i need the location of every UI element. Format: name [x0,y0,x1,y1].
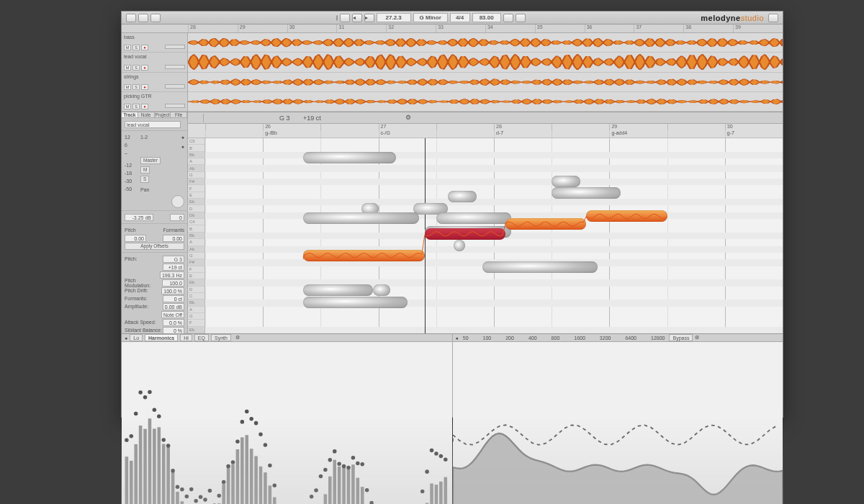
tool-time-icon[interactable] [267,114,277,122]
mute-button[interactable]: M [124,104,131,109]
note-blob[interactable] [436,212,511,224]
pitch-offset-field[interactable]: 0.00 [125,235,146,242]
note-blob[interactable] [482,261,598,273]
track-name-field[interactable]: lead vocal [125,121,181,128]
note-blob[interactable] [552,187,621,199]
master-select[interactable]: Master [140,157,161,164]
info-value[interactable]: Note Off [161,311,184,318]
track-header[interactable]: picking GTR M S ● [122,92,187,112]
bypass-button[interactable]: Bypass [669,334,693,341]
inspector-tab[interactable]: File [171,112,187,117]
tool-sep2-icon[interactable] [342,114,352,122]
tool-amp-icon[interactable] [255,114,265,122]
timeline-ruler[interactable]: 282930313233343536373839 [122,24,783,33]
menu-icon[interactable] [126,14,136,22]
tool-sep-icon[interactable] [330,114,340,122]
gear-icon[interactable]: ⚙ [405,114,415,122]
harmonics-node-icon[interactable]: ● [125,336,127,341]
track-fader[interactable] [165,104,185,108]
note-blob[interactable] [586,210,667,222]
rec-button[interactable]: ● [141,84,148,90]
key-display[interactable]: G Minor [413,13,448,22]
position-display[interactable]: 27.2.3 [377,13,411,22]
track-lanes[interactable] [188,33,783,112]
metronome-icon[interactable] [503,14,513,22]
sound-tab[interactable]: EQ [194,334,209,341]
zoom-slider[interactable] [336,15,338,21]
sound-tab[interactable]: Hi [180,334,192,341]
note-blob[interactable] [425,228,505,240]
info-value[interactable]: 198.3 Hz [160,271,184,279]
info-value[interactable]: 0 ct [163,295,184,302]
view-opt1-icon[interactable] [369,114,379,122]
note-area[interactable] [205,138,783,333]
editor-ruler[interactable]: 2627282930 g-/Bbc-/Gd-7g-add4g-7 [188,124,783,138]
rec-button[interactable]: ● [141,45,148,50]
mute-button[interactable]: M [124,65,131,71]
rec-button[interactable]: ● [141,104,148,109]
formants-offset-field[interactable]: 0.00 [163,235,184,242]
gear-icon[interactable]: ⚙ [235,335,240,341]
tool-drift-icon[interactable] [230,114,240,122]
info-value[interactable]: G 3 [163,256,184,263]
tool-pitch-icon[interactable] [206,114,216,122]
sound-tab[interactable]: Harmonics [145,334,178,341]
settings-icon[interactable] [768,14,778,22]
pan-knob[interactable] [171,195,184,208]
sound-tab[interactable]: Synth [211,334,231,341]
note-blob[interactable] [454,240,465,251]
track-lane[interactable] [188,33,783,53]
inspector-tab[interactable]: Track [122,112,138,117]
note-blob[interactable] [552,176,580,187]
track-header[interactable]: strings M S ● [122,73,187,92]
track-fader[interactable] [165,84,185,89]
timesig-display[interactable]: 4/4 [450,13,470,22]
apply-offsets-button[interactable]: Apply Offsets [125,243,184,250]
rewind-icon[interactable]: ◂ [352,14,362,22]
info-value[interactable]: 0.0 % [163,319,184,326]
note-blob[interactable] [303,212,418,224]
undo-icon[interactable] [138,14,148,22]
mute-button[interactable]: M [124,45,131,50]
play-icon[interactable]: ▸ [364,14,374,22]
info-value[interactable]: +19 ct [163,264,184,271]
mute-button[interactable]: M [140,166,150,174]
note-blob[interactable] [303,297,407,308]
view-grid-icon[interactable] [393,114,403,122]
tempo-display[interactable]: 83.00 [472,13,501,22]
note-blob[interactable] [303,284,372,296]
pitch-ruler[interactable]: C5BBbAAbGF#FEEbDDbC4BBbAAbGF#FEEbDCBbAGF… [188,138,205,333]
solo-button[interactable]: S [132,84,140,90]
info-value[interactable]: 100.0 % [162,279,184,287]
track-lane[interactable] [188,53,783,72]
inspector-tab[interactable]: Note [138,112,155,117]
autoscroll-icon[interactable] [516,14,526,22]
redo-icon[interactable] [150,14,161,22]
solo-button[interactable]: S [140,176,149,183]
rec-button[interactable]: ● [141,65,148,71]
inspector-tab[interactable]: Project [155,112,171,117]
track-lane[interactable] [188,73,783,92]
sound-tab[interactable]: Lo [130,334,143,341]
tool-mod-icon[interactable] [218,114,228,122]
tool-formant-icon[interactable] [243,114,253,122]
cycle-icon[interactable] [340,14,350,22]
note-blob[interactable] [373,284,390,296]
solo-button[interactable]: S [132,104,140,109]
note-blob[interactable] [303,250,424,261]
solo-button[interactable]: S [132,45,140,50]
tool-main-icon[interactable] [191,114,201,122]
pan-display[interactable]: 0 [170,214,184,221]
note-blob[interactable] [505,218,586,230]
info-value[interactable]: 100.0 % [161,287,184,294]
solo-button[interactable]: S [132,65,140,71]
gain-display[interactable]: -3.25 dB [125,214,153,221]
info-value[interactable]: 0 % [163,327,184,334]
track-header[interactable]: lead vocal M S ● [122,53,187,72]
track-fader[interactable] [165,45,185,49]
view-opt2-icon[interactable] [381,114,391,122]
note-blob[interactable] [303,152,395,163]
track-lane[interactable] [188,92,783,112]
info-value[interactable]: 0.00 dB [163,303,184,310]
mute-button[interactable]: M [124,84,131,90]
